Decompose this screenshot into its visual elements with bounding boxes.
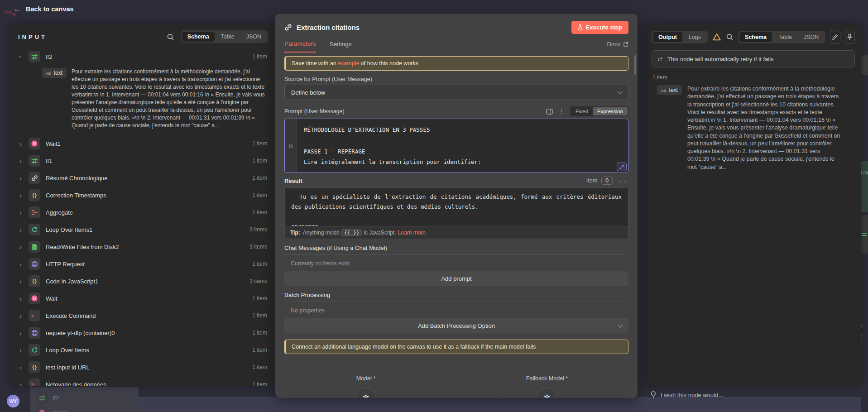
output-view-tab-schema[interactable]: Schema (739, 32, 772, 42)
output-view-tab-json[interactable]: JSON (798, 32, 824, 42)
dialog-header: Extraction citations Execute step Parame… (275, 14, 638, 53)
schema-node-row-correction-timestamps[interactable]: › {} Correction Timestamps 1 item (10, 187, 275, 204)
pin-data-button[interactable] (845, 30, 855, 44)
background-panel-divider (502, 398, 502, 412)
input-tab-json[interactable]: JSON (241, 32, 267, 42)
app-root: If2 Wait2 WY t dans la : té is. ← Back t… (0, 0, 868, 412)
learn-more-link[interactable]: Learn more (398, 230, 426, 236)
fixed-expression-toggle: Fixed Expression (570, 106, 628, 116)
schema-node-row-read-write-files-from-disk2[interactable]: › Read/Write Files from Disk2 3 items (10, 238, 275, 255)
next-item-icon[interactable]: › (623, 177, 628, 185)
output-view-tabs: SchemaTableJSON (738, 31, 825, 43)
back-to-canvas-button[interactable]: Back to canvas (26, 5, 74, 13)
schema-node-row-test-input-id-url[interactable]: › {} test Input id URL 1 item (10, 359, 275, 376)
model-connectors: Model * ✻ Fallback Model * ✻ (275, 375, 638, 398)
chevron-right-icon[interactable]: › (18, 260, 23, 268)
chat-messages-header: Chat Messages (if Using a Chat Model) (284, 244, 628, 255)
source-for-prompt-select[interactable]: Define below (284, 85, 628, 100)
split-view-icon[interactable] (546, 109, 553, 115)
braces-icon: {} (29, 361, 40, 373)
item-index-box[interactable]: 0 (601, 177, 613, 185)
chevron-right-icon[interactable]: › (18, 278, 23, 285)
top-bar: ← Back to canvas (0, 0, 868, 18)
string-type-icon: AB (46, 72, 51, 76)
chevron-right-icon[interactable]: › (18, 226, 23, 234)
openai-model-icon[interactable]: ✻ (355, 388, 376, 398)
schema-node-row-wait1[interactable]: › Wait1 1 item (10, 135, 275, 152)
openai-fallback-model-icon[interactable]: ✻ (537, 388, 557, 398)
dialog-tabs: Parameters Settings Docs (284, 40, 628, 53)
pause-icon (29, 292, 40, 304)
input-tab-table[interactable]: Table (216, 32, 240, 42)
chat-messages-empty: Currently no items exist (291, 260, 628, 267)
tip-bar: Tip: Anything inside {{ }} is JavaScript… (285, 226, 628, 239)
edit-output-button[interactable] (830, 30, 840, 44)
link-icon (29, 172, 40, 184)
if-icon (29, 155, 40, 167)
docs-link[interactable]: Docs (607, 41, 628, 52)
schema-node-row-loop-over-items1[interactable]: › Loop Over Items1 3 items (10, 221, 275, 238)
kebab-menu-icon[interactable]: ⋮ (557, 108, 566, 115)
schema-node-row-wait[interactable]: › Wait 1 item (10, 290, 275, 307)
input-view-tabs: SchemaTableJSON (181, 30, 268, 43)
chevron-right-icon[interactable]: › (18, 192, 23, 199)
field-chip[interactable]: AB text (42, 68, 67, 78)
add-batch-option-button[interactable]: Add Batch Processing Option (284, 318, 628, 333)
lightbulb-icon (651, 391, 656, 398)
output-panel-header: OutputLogs SchemaTableJSON (645, 24, 861, 44)
chevron-right-icon[interactable]: › (18, 364, 23, 371)
schema-node-row-if1[interactable]: › If1 1 item (10, 152, 275, 169)
chevron-right-icon[interactable]: › (18, 381, 23, 386)
add-prompt-button[interactable]: Add prompt (284, 271, 628, 286)
chevron-right-icon[interactable]: › (18, 329, 23, 337)
chevron-right-icon[interactable]: › (18, 209, 23, 216)
search-icon[interactable] (726, 33, 734, 41)
chevron-right-icon[interactable]: › (18, 346, 23, 354)
chevron-right-icon[interactable]: › (18, 312, 23, 320)
toggle-expression[interactable]: Expression (593, 107, 628, 115)
dialog-title: Extraction citations (297, 24, 567, 31)
output-field-row: AB text Pour extraire les citations conf… (645, 85, 861, 171)
chevron-right-icon[interactable]: › (18, 174, 23, 182)
chevron-right-icon[interactable]: › (18, 243, 23, 251)
result-preview[interactable]: Tu es un spécialiste de l'extraction de … (285, 188, 628, 226)
back-arrow-icon[interactable]: ← (14, 5, 21, 14)
prev-item-icon[interactable]: ‹ (617, 177, 623, 185)
prompt-expression-editor[interactable]: fx MÉTHODOLOGIE D'EXTRACTION EN 3 PASSES… (284, 119, 628, 173)
input-tab-schema[interactable]: Schema (182, 32, 215, 42)
chevron-right-icon[interactable]: › (18, 157, 23, 165)
schema-node-row-netoyage-des-donn-es[interactable]: › >_ Netoyage des données 1 item (10, 376, 275, 386)
tab-settings[interactable]: Settings (330, 41, 352, 52)
chevron-down-icon[interactable]: › (17, 54, 24, 59)
field-value-preview: Pour extraire les citations conformément… (72, 68, 265, 129)
schema-node-row-requete-yt-dlp-container-0[interactable]: › requete yt-dlp (container)0 1 item (10, 324, 275, 341)
toggle-fixed[interactable]: Fixed (571, 107, 593, 115)
output-view-tab-table[interactable]: Table (773, 32, 797, 42)
schema-node-row-http-request[interactable]: › HTTP Request 1 item (10, 255, 275, 273)
chevron-down-icon (617, 89, 622, 94)
string-type-icon: AB (661, 89, 667, 93)
schema-node-row-loop-over-items[interactable]: › Loop Over Items 1 item (10, 341, 275, 359)
background-panel-strip (139, 398, 861, 412)
output-mode-tab-logs[interactable]: Logs (683, 32, 706, 42)
pencil-icon (832, 34, 838, 40)
example-link[interactable]: example (338, 60, 359, 67)
field-chip[interactable]: AB text (657, 85, 682, 95)
expand-editor-button[interactable] (617, 163, 627, 171)
schema-node-row-r-sum-chronologique[interactable]: › Résumé Chronologique 1 item (10, 169, 275, 187)
schema-node-row-execute-command[interactable]: › >_ Execute Command 1 item (10, 307, 275, 324)
node-details-dialog: Extraction citations Execute step Parame… (275, 14, 638, 398)
schema-node-row-code-in-javascript1[interactable]: › {} Code in JavaScript1 3 items (10, 273, 275, 290)
chevron-right-icon[interactable]: › (18, 295, 23, 302)
node-feedback-prompt[interactable]: I wish this node would... (651, 391, 723, 398)
chevron-right-icon[interactable]: › (18, 140, 23, 148)
prompt-editor-content[interactable]: MÉTHODOLOGIE D'EXTRACTION EN 3 PASSES PA… (297, 119, 628, 172)
tab-parameters[interactable]: Parameters (284, 40, 316, 53)
schema-node-row-aggregate[interactable]: › Aggregate 1 item (10, 204, 275, 221)
execute-step-button[interactable]: Execute step (571, 21, 628, 34)
schema-node-row-if2[interactable]: › If2 1 item (10, 48, 275, 65)
output-mode-tab-output[interactable]: Output (653, 32, 682, 42)
avatar[interactable]: WY (7, 395, 19, 407)
search-icon[interactable] (167, 33, 174, 41)
background-panel-fragment (861, 55, 868, 75)
